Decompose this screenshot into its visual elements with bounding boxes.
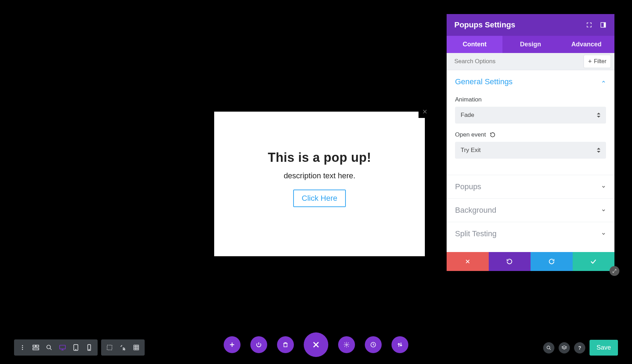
save-button[interactable]: Save — [590, 340, 618, 356]
panel-header: Popups Settings — [447, 14, 614, 36]
phone-view-button[interactable] — [83, 342, 96, 353]
svg-rect-3 — [604, 22, 606, 27]
undo-button[interactable] — [489, 252, 531, 271]
chevron-down-icon — [601, 231, 606, 236]
wireframe-icon — [32, 344, 39, 351]
close-builder-button[interactable] — [304, 332, 328, 357]
popup-preview: This is a pop up! description text here.… — [214, 112, 425, 256]
panel-tabs: Content Design Advanced — [447, 36, 614, 53]
add-button[interactable] — [224, 336, 241, 353]
svg-rect-27 — [134, 345, 139, 350]
section-background[interactable]: Background — [447, 198, 614, 222]
trash-icon — [282, 342, 289, 348]
tab-content[interactable]: Content — [447, 36, 502, 53]
plus-icon: + — [588, 58, 592, 65]
filter-button[interactable]: + Filter — [584, 55, 611, 68]
more-options-button[interactable] — [16, 342, 29, 353]
bottom-toolbar-right: ? Save — [543, 340, 618, 356]
undo-icon — [506, 258, 513, 265]
svg-rect-19 — [60, 345, 65, 349]
expand-icon[interactable] — [586, 21, 593, 28]
select-mode-button[interactable] — [103, 342, 116, 353]
check-icon — [590, 258, 597, 265]
search-page-button[interactable] — [543, 342, 554, 353]
svg-marker-41 — [562, 346, 566, 348]
bottom-toolbar-center — [224, 332, 408, 357]
svg-point-11 — [22, 345, 23, 346]
portability-button[interactable] — [391, 336, 408, 353]
help-button[interactable]: ? — [574, 342, 585, 353]
clock-icon — [370, 342, 376, 348]
sort-icon — [597, 113, 600, 118]
svg-point-37 — [346, 344, 348, 346]
power-icon — [256, 342, 262, 348]
arrows-vertical-icon — [397, 342, 403, 348]
question-icon: ? — [578, 345, 581, 351]
dots-vertical-icon — [19, 344, 26, 351]
tab-advanced[interactable]: Advanced — [559, 36, 614, 53]
svg-line-40 — [549, 348, 551, 350]
grid-icon — [133, 344, 139, 351]
svg-rect-15 — [36, 345, 39, 347]
close-icon — [312, 340, 320, 349]
svg-rect-34 — [284, 343, 287, 347]
svg-marker-5 — [597, 116, 600, 118]
sort-icon — [597, 148, 600, 153]
resize-handle[interactable] — [610, 266, 619, 276]
section-general-settings[interactable]: General Settings — [447, 70, 614, 93]
history-button[interactable] — [365, 336, 382, 353]
panel-footer — [447, 252, 614, 271]
snap-right-icon[interactable] — [600, 21, 607, 28]
settings-panel: Popups Settings Content Design Advanced … — [447, 14, 614, 271]
confirm-button[interactable] — [573, 252, 615, 271]
section-popups[interactable]: Popups — [447, 175, 614, 198]
reset-icon[interactable] — [489, 132, 496, 138]
bottom-toolbar-left — [14, 339, 145, 356]
tablet-view-button[interactable] — [70, 342, 82, 353]
svg-point-17 — [47, 345, 51, 349]
phone-icon — [87, 344, 91, 351]
section-split-testing[interactable]: Split Testing — [447, 222, 614, 245]
resize-icon — [612, 269, 617, 273]
layers-icon — [561, 345, 567, 351]
svg-point-23 — [75, 349, 76, 350]
popup-close-button[interactable] — [419, 105, 431, 118]
svg-rect-14 — [33, 345, 36, 347]
trash-button[interactable] — [277, 336, 294, 353]
layers-button[interactable] — [559, 342, 570, 353]
redo-button[interactable] — [531, 252, 573, 271]
tab-design[interactable]: Design — [502, 36, 558, 53]
svg-rect-16 — [33, 348, 39, 350]
click-mode-button[interactable] — [117, 342, 129, 353]
grid-mode-button[interactable] — [130, 342, 143, 353]
animation-select[interactable]: Fade — [455, 107, 606, 124]
openevent-select[interactable]: Try Exit — [455, 142, 606, 159]
page-settings-button[interactable] — [338, 336, 355, 353]
search-input[interactable] — [454, 58, 584, 65]
desktop-icon — [59, 344, 66, 351]
close-icon — [465, 259, 470, 264]
chevron-up-icon — [601, 79, 606, 84]
desktop-view-button[interactable] — [56, 342, 69, 353]
openevent-label: Open event — [455, 131, 606, 138]
svg-point-13 — [22, 349, 23, 350]
svg-point-39 — [547, 346, 550, 349]
svg-marker-7 — [597, 151, 600, 153]
zoom-button[interactable] — [43, 342, 55, 353]
close-icon — [422, 109, 428, 114]
search-row: + Filter — [447, 53, 614, 70]
tablet-icon — [73, 344, 79, 351]
popup-cta-button[interactable]: Click Here — [293, 190, 345, 207]
svg-line-18 — [50, 348, 52, 350]
power-button[interactable] — [250, 336, 267, 353]
cursor-click-icon — [120, 344, 126, 351]
svg-point-25 — [89, 349, 90, 350]
chevron-down-icon — [601, 184, 606, 189]
section-general-body: Animation Fade Open event Try Exit — [447, 96, 614, 175]
panel-scroll[interactable]: General Settings Animation Fade Open eve… — [447, 70, 614, 252]
wireframe-view-button[interactable] — [29, 342, 42, 353]
discard-button[interactable] — [447, 252, 489, 271]
select-icon — [106, 344, 113, 351]
chevron-down-icon — [601, 208, 606, 213]
filter-label: Filter — [594, 58, 606, 65]
